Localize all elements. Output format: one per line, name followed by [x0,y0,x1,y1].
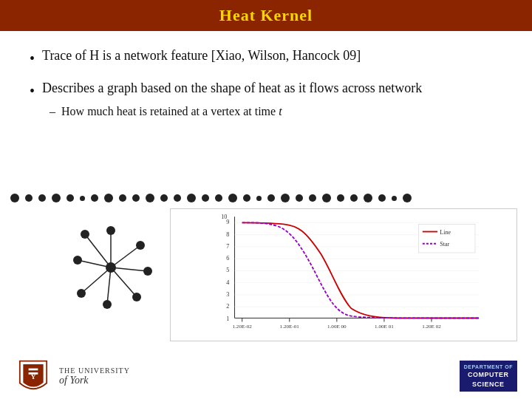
svg-line-10 [81,267,111,293]
divider-dot [243,194,250,202]
svg-text:1.20E-01: 1.20E-01 [280,324,300,330]
chart-area: 1 2 3 4 5 6 7 8 9 10 1.20E-0 [170,208,517,341]
divider-dot [80,196,85,201]
divider-dot [187,194,196,202]
bottom-section: 1 2 3 4 5 6 7 8 9 10 1.20E-0 [0,208,532,353]
divider-dots-row [7,191,525,208]
divider-dot [392,196,397,201]
svg-line-4 [111,267,148,271]
svg-point-7 [132,293,141,301]
svg-text:1: 1 [226,316,229,322]
divider-dot [364,194,372,202]
bullet-text-2: Describes a graph based on the shape of … [42,81,422,95]
sub-bullet-text-1: How much heat is retained at a vertex at… [61,103,282,120]
university-line1: THE UNIVERSITY [59,366,130,375]
svg-text:6: 6 [226,255,229,262]
slide-title: Heat Kernel [0,0,532,31]
bullet-list: • Trace of H is a network feature [Xiao,… [30,46,502,129]
network-svg [15,208,163,341]
bullet-content-2: Describes a graph based on the shape of … [42,78,422,129]
title-text: Heat Kernel [219,6,313,24]
divider-dot [322,194,331,202]
svg-text:3: 3 [226,291,229,298]
svg-line-2 [111,245,140,267]
cs-label: COMPUTER SCIENCE [464,370,513,389]
divider-dot [91,194,98,202]
svg-text:8: 8 [226,231,229,238]
divider-dot [309,194,316,202]
svg-text:2: 2 [226,303,229,310]
svg-text:7: 7 [226,243,229,250]
svg-text:1.00E 00: 1.00E 00 [327,324,347,330]
svg-point-11 [77,289,86,298]
divider-dot [119,194,126,202]
divider-dot [256,196,262,201]
divider-dot [174,194,181,202]
divider-dot [228,194,237,202]
divider-dot [215,194,222,202]
divider-dot [146,194,154,202]
divider-dot [267,194,275,202]
italic-t: t [279,105,282,117]
divider-dot [25,194,33,202]
divider-dot [160,194,168,202]
sub-bullet-item-1: How much heat is retained at a vertex at… [50,103,422,120]
divider-dot [10,194,19,202]
svg-point-15 [81,230,89,239]
divider-dot [132,194,140,202]
svg-text:Line: Line [440,229,451,236]
svg-text:10: 10 [221,214,227,220]
svg-text:Star: Star [440,241,449,248]
svg-text:1.00E 01: 1.00E 01 [375,324,394,330]
content-area: • Trace of H is a network feature [Xiao,… [0,31,532,191]
bullet-item-1: • Trace of H is a network feature [Xiao,… [30,46,502,69]
university-of-york: of York [59,375,130,386]
chart-svg: 1 2 3 4 5 6 7 8 9 10 1.20E-0 [171,209,516,341]
university-name: THE UNIVERSITY of York [59,366,130,386]
divider-dot [403,194,412,202]
cs-department-badge: DEPARTMENT OF COMPUTER SCIENCE [460,361,517,392]
divider-dot [104,194,113,202]
svg-text:1.20E-02: 1.20E-02 [233,324,253,330]
divider-dot [38,194,46,202]
svg-point-3 [136,241,145,250]
sub-bullet-list: How much heat is retained at a vertex at… [50,103,422,120]
svg-point-1 [106,226,115,235]
divider-dot [52,194,61,202]
divider-dot [378,194,386,202]
svg-text:5: 5 [226,267,229,273]
divider-dot [337,194,344,202]
divider-dot [66,194,74,202]
svg-rect-54 [29,372,38,375]
footer-left: Y THE UNIVERSITY of York [15,358,130,395]
svg-point-5 [143,267,152,276]
svg-point-9 [103,300,112,309]
divider-dot [350,194,358,202]
department-of-text: DEPARTMENT OF [464,364,513,371]
network-graph [15,208,163,341]
svg-line-8 [107,267,111,304]
bullet-item-2: • Describes a graph based on the shape o… [30,78,502,129]
divider-dot [202,194,209,202]
bullet-dot-1: • [30,47,35,69]
divider-dot [281,194,290,202]
york-shield-logo: Y [15,358,52,395]
slide: Heat Kernel • Trace of H is a network fe… [0,0,532,399]
divider-dot [296,194,303,202]
svg-point-13 [73,256,82,265]
bullet-dot-2: • [30,80,35,102]
svg-text:4: 4 [226,279,229,286]
bullet-text-1: Trace of H is a network feature [Xiao, W… [42,46,361,66]
svg-rect-53 [29,369,38,371]
svg-text:1.20E 02: 1.20E 02 [422,324,441,330]
footer: Y THE UNIVERSITY of York DEPARTMENT OF C… [0,353,532,399]
svg-line-6 [111,267,137,297]
